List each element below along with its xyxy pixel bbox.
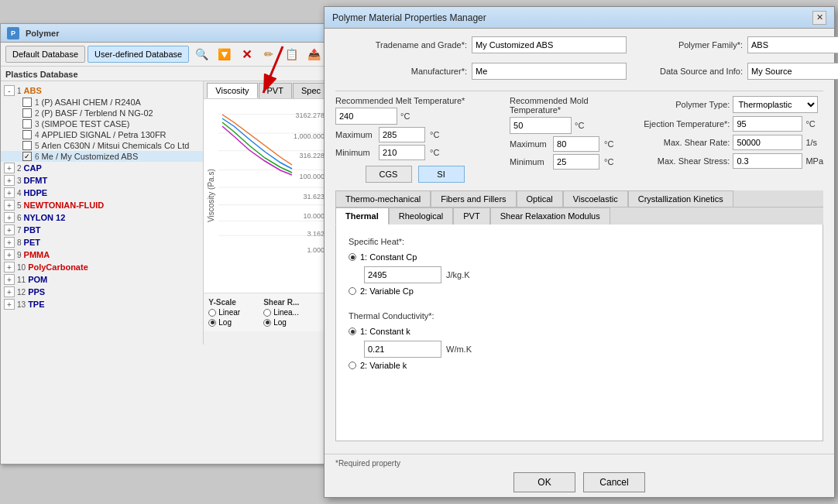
ok-button[interactable]: OK: [513, 472, 575, 492]
melt-temp-input[interactable]: [335, 108, 397, 125]
tree-item-newtonian[interactable]: + 5 NEWTONIAN-FLUID: [1, 199, 203, 211]
abs-child-4[interactable]: 4 APPLIED SIGNAL / Petra 130FR: [1, 129, 203, 140]
specific-heat-opt2-row[interactable]: 2: Variable Cp: [349, 286, 810, 296]
chart-svg: [218, 107, 325, 253]
abs-child-6-text: Me / My Customized ABS: [42, 152, 139, 161]
tree-item-cap[interactable]: + 2 CAP: [1, 162, 203, 174]
tab-optical[interactable]: Optical: [517, 190, 563, 207]
export-button[interactable]: 📤: [304, 45, 324, 63]
abs-expander[interactable]: -: [4, 85, 15, 96]
viscosity-tab[interactable]: Viscosity: [207, 83, 257, 98]
tree-item-pbt[interactable]: + 7 PBT: [1, 224, 203, 236]
melt-min-input[interactable]: [379, 145, 425, 160]
pps-expander[interactable]: +: [4, 286, 15, 297]
tree-item-pc[interactable]: + 10 PolyCarbonate: [1, 261, 203, 273]
si-button[interactable]: SI: [418, 166, 465, 183]
pom-expander[interactable]: +: [4, 274, 15, 285]
cap-expander[interactable]: +: [4, 163, 15, 173]
mold-min-input[interactable]: [553, 154, 599, 170]
tab-viscoelastic[interactable]: Viscoelastic: [563, 190, 628, 207]
abs-child-5[interactable]: 5 Arlen C630N / Mitsui Chemicals Co Ltd: [1, 140, 203, 151]
data-source-input[interactable]: [747, 63, 838, 80]
thermal-cond-value-row: W/m.K: [364, 341, 810, 358]
cgs-button[interactable]: CGS: [366, 166, 412, 183]
specific-heat-radio1[interactable]: [349, 253, 356, 261]
tpe-expander[interactable]: +: [4, 299, 15, 310]
newtonian-expander[interactable]: +: [4, 200, 15, 211]
pom-label: POM: [28, 275, 47, 284]
abs-child-1-checkbox[interactable]: [22, 98, 32, 107]
x-linear-radio[interactable]: [263, 309, 271, 317]
abs-child-5-checkbox[interactable]: [22, 141, 32, 150]
polymer-family-input[interactable]: [747, 36, 838, 53]
tree-item-nylon[interactable]: + 6 NYLON 12: [1, 211, 203, 224]
tab-pvt[interactable]: PVT: [453, 207, 489, 225]
hdpe-expander[interactable]: +: [4, 187, 15, 198]
tab-thermal[interactable]: Thermal: [335, 207, 389, 225]
specific-heat-input[interactable]: [364, 266, 441, 283]
specific-heat-radio2[interactable]: [349, 287, 356, 295]
tree-item-pom[interactable]: + 11 POM: [1, 273, 203, 286]
tree-item-abs[interactable]: - 1 ABS: [1, 84, 203, 97]
abs-child-2[interactable]: 2 (P) BASF / Terblend N NG-02: [1, 108, 203, 118]
abs-child-1[interactable]: 1 (P) ASAHI CHEM / R240A: [1, 97, 203, 108]
nylon-expander[interactable]: +: [4, 212, 15, 223]
x-linear-option[interactable]: Linea...: [263, 308, 299, 317]
pvt-tab[interactable]: PVT: [259, 83, 292, 98]
abs-child-2-checkbox[interactable]: [22, 108, 32, 118]
tree-item-hdpe[interactable]: + 4 HDPE: [1, 187, 203, 199]
copy-button[interactable]: 📋: [281, 45, 301, 63]
tab-rheological[interactable]: Rheological: [389, 207, 453, 225]
max-shear-rate-input[interactable]: [733, 135, 802, 150]
abs-child-6-checkbox[interactable]: ✓: [22, 152, 32, 161]
max-shear-stress-input[interactable]: [733, 153, 802, 169]
tree-item-pps[interactable]: + 12 PPS: [1, 286, 203, 298]
tradename-input[interactable]: [472, 36, 627, 53]
abs-child-3[interactable]: 3 (SIMPOE TEST CASE): [1, 118, 203, 129]
melt-max-input[interactable]: [379, 127, 425, 142]
dialog-close-button[interactable]: ✕: [812, 11, 826, 25]
manufacturer-input[interactable]: [472, 63, 627, 80]
abs-child-3-checkbox[interactable]: [22, 119, 32, 129]
pbt-expander[interactable]: +: [4, 225, 15, 235]
mold-temp-unit: °C: [575, 121, 584, 130]
pet-expander[interactable]: +: [4, 237, 15, 248]
pc-expander[interactable]: +: [4, 262, 15, 273]
tab-shear-relaxation[interactable]: Shear Relaxation Modulus: [490, 207, 610, 225]
default-db-button[interactable]: Default Database: [5, 46, 85, 63]
mold-max-input[interactable]: [553, 136, 599, 152]
ejection-temp-input[interactable]: [733, 116, 802, 132]
tab-thermo-mechanical[interactable]: Thermo-mechanical: [335, 190, 431, 207]
search-button[interactable]: 🔍: [191, 45, 211, 63]
thermal-cond-radio2[interactable]: [349, 362, 356, 369]
tree-item-pmma[interactable]: + 9 PMMA: [1, 249, 203, 261]
x-log-option[interactable]: Log: [263, 318, 299, 327]
y-linear-radio[interactable]: [208, 309, 216, 317]
y-log-option[interactable]: Log: [208, 318, 240, 327]
tab-fibers-fillers[interactable]: Fibers and Fillers: [431, 190, 516, 207]
cancel-button[interactable]: Cancel: [583, 472, 645, 492]
tree-item-tpe[interactable]: + 13 TPE: [1, 298, 203, 310]
specific-heat-opt1-row[interactable]: 1: Constant Cp: [349, 252, 810, 262]
thermal-cond-input[interactable]: [364, 341, 441, 358]
delete-button[interactable]: ✕: [236, 45, 256, 63]
thermal-cond-radio1[interactable]: [349, 327, 356, 335]
tree-item-pet[interactable]: + 8 PET: [1, 236, 203, 249]
thermal-cond-opt1-row[interactable]: 1: Constant k: [349, 327, 810, 336]
x-log-radio[interactable]: [263, 319, 271, 327]
abs-child-6[interactable]: ✓ 6 Me / My Customized ABS: [1, 151, 203, 162]
thermal-cond-opt2-row[interactable]: 2: Variable k: [349, 361, 810, 370]
plastics-db-label: Plastics Database: [1, 67, 332, 81]
tree-item-dfmt[interactable]: + 3 DFMT: [1, 174, 203, 187]
user-db-button[interactable]: User-defined Database: [88, 46, 189, 63]
abs-child-4-checkbox[interactable]: [22, 130, 32, 139]
edit-button[interactable]: ✏: [259, 45, 279, 63]
y-linear-option[interactable]: Linear: [208, 308, 240, 317]
tab-crystallization[interactable]: Crystallization Kinetics: [628, 190, 733, 207]
polymer-type-select[interactable]: Thermoplastic Thermoset Elastomer: [733, 96, 818, 113]
filter-button[interactable]: 🔽: [214, 45, 234, 63]
dfmt-expander[interactable]: +: [4, 175, 15, 186]
mold-temp-input[interactable]: [510, 117, 572, 134]
pmma-expander[interactable]: +: [4, 249, 15, 260]
y-log-radio[interactable]: [208, 319, 216, 327]
